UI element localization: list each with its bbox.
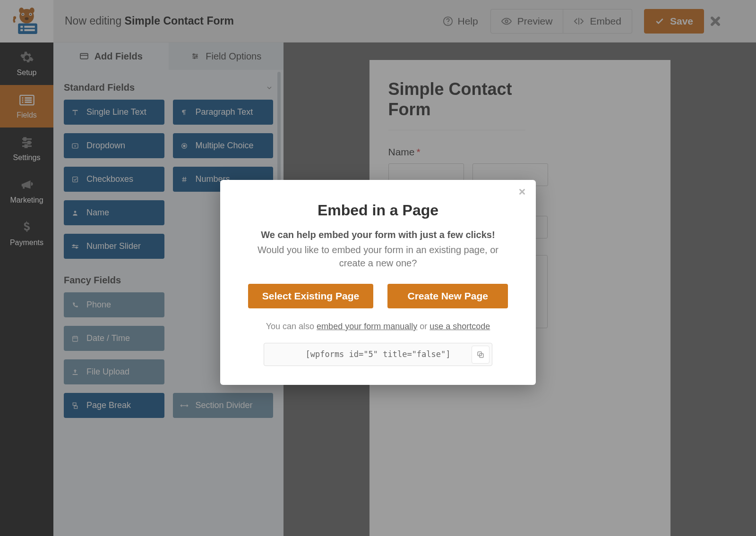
- foot-pre: You can also: [266, 322, 317, 331]
- embed-modal: Embed in a Page We can help embed your f…: [220, 180, 536, 385]
- close-icon: [518, 187, 526, 196]
- modal-title: Embed in a Page: [243, 202, 513, 219]
- modal-sub-text: Would you like to embed your form in an …: [243, 243, 513, 270]
- foot-mid: or: [417, 322, 430, 331]
- select-existing-page-button[interactable]: Select Existing Page: [248, 284, 373, 308]
- modal-overlay: Embed in a Page We can help embed your f…: [0, 0, 756, 536]
- embed-manually-link[interactable]: embed your form manually: [317, 322, 417, 331]
- copy-icon: [476, 350, 485, 359]
- select-existing-label: Select Existing Page: [262, 290, 359, 301]
- shortcode-box[interactable]: [wpforms id="5" title="false"]: [264, 343, 492, 366]
- modal-strong-text: We can help embed your form with just a …: [243, 230, 513, 240]
- shortcode-link[interactable]: use a shortcode: [430, 322, 490, 331]
- modal-buttons: Select Existing Page Create New Page: [243, 284, 513, 308]
- create-new-page-button[interactable]: Create New Page: [387, 284, 508, 308]
- shortcode-text: [wpforms id="5" title="false"]: [305, 349, 450, 359]
- create-new-label: Create New Page: [407, 290, 488, 301]
- copy-shortcode-button[interactable]: [472, 346, 490, 364]
- modal-footer-text: You can also embed your form manually or…: [243, 322, 513, 332]
- modal-close-button[interactable]: [518, 187, 526, 196]
